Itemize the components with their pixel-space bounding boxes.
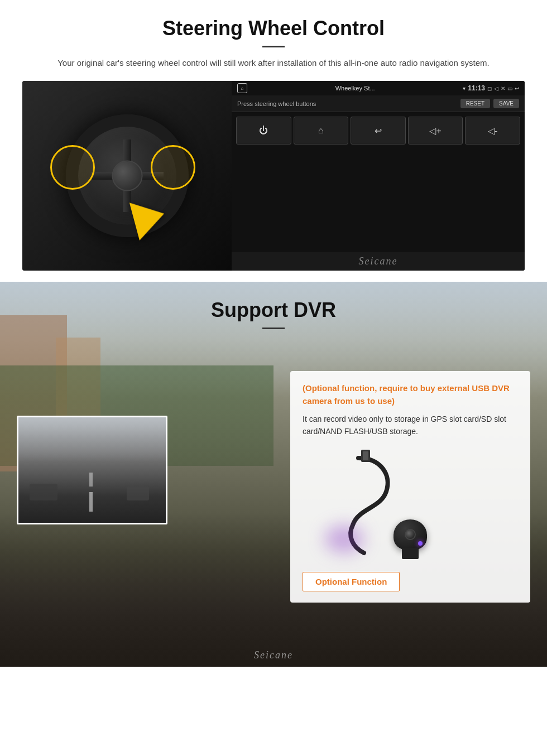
dvr-optional-note: (Optional function, require to buy exter… <box>303 382 518 407</box>
statusbar-app-name: Wheelkey St... <box>251 85 459 92</box>
vol-down-icon: ◁- <box>488 126 497 136</box>
dvr-footage-thumbnail <box>17 416 167 524</box>
screen-icon: ▭ <box>507 85 512 92</box>
wheelkey-buttons-grid: ⏻ ⌂ ↩ ◁+ ◁- <box>232 112 525 252</box>
wheelkey-prompt-label: Press steering wheel buttons <box>237 100 316 107</box>
back-function-btn[interactable]: ↩ <box>351 117 406 145</box>
camera-body <box>394 519 427 550</box>
wifi-icon: ▾ <box>463 85 466 92</box>
dvr-title: Support DVR <box>22 298 525 322</box>
android-statusbar: ⌂ Wheelkey St... ▾ 11:13 ◻ ◁ ✕ ▭ ↩ <box>232 81 525 95</box>
highlight-circle-right <box>151 145 195 190</box>
vol-up-icon: ◁+ <box>429 126 441 136</box>
steering-composite-image: ⌂ Wheelkey St... ▾ 11:13 ◻ ◁ ✕ ▭ ↩ Press… <box>22 81 525 271</box>
home-icon: ⌂ <box>237 83 247 93</box>
reset-button[interactable]: RESET <box>460 99 490 108</box>
camera-lens <box>405 529 416 540</box>
vol-up-function-btn[interactable]: ◁+ <box>408 117 463 145</box>
statusbar-system-icons: ▾ 11:13 ◻ ◁ ✕ ▭ ↩ <box>463 84 519 92</box>
statusbar-time: 11:13 <box>468 84 485 92</box>
seicane-watermark-steering: Seicane <box>232 252 525 271</box>
title-divider <box>262 46 285 47</box>
back-icon: ↩ <box>515 85 519 92</box>
svg-rect-1 <box>363 451 368 460</box>
steering-section: Steering Wheel Control Your original car… <box>0 0 547 282</box>
dvr-camera-image <box>303 447 518 564</box>
wheel-center-hub <box>112 161 142 191</box>
dvr-seicane-brand-text: Seicane <box>254 649 293 661</box>
dvr-content-area: (Optional function, require to buy exter… <box>0 338 547 661</box>
camera-mount <box>402 548 419 559</box>
dvr-title-area: Support DVR <box>0 282 547 338</box>
vol-down-function-btn[interactable]: ◁- <box>465 117 520 145</box>
power-icon: ⏻ <box>259 126 268 136</box>
highlight-circle-left <box>50 145 95 190</box>
back-function-icon: ↩ <box>375 126 382 136</box>
dvr-divider <box>262 328 285 329</box>
optional-function-badge-container: Optional Function <box>303 572 518 591</box>
wheelkey-action-buttons: RESET SAVE <box>460 99 519 108</box>
optional-function-badge: Optional Function <box>303 572 400 591</box>
led-glow <box>325 525 364 553</box>
power-function-btn[interactable]: ⏻ <box>236 117 291 145</box>
dvr-info-panel: (Optional function, require to buy exter… <box>290 371 530 603</box>
camera-icon: ◻ <box>487 85 492 92</box>
volume-icon: ◁ <box>494 85 498 92</box>
steering-title: Steering Wheel Control <box>22 17 525 40</box>
camera-led <box>418 541 423 546</box>
save-button[interactable]: SAVE <box>493 99 519 108</box>
android-head-unit-panel: ⌂ Wheelkey St... ▾ 11:13 ◻ ◁ ✕ ▭ ↩ Press… <box>232 81 525 271</box>
dvr-footage-area <box>17 349 279 524</box>
wheelkey-header: Press steering wheel buttons RESET SAVE <box>232 95 525 112</box>
close-icon: ✕ <box>501 85 505 92</box>
dvr-seicane-watermark: Seicane <box>0 649 547 661</box>
dvr-section: Support DVR (Optional function, require … <box>0 282 547 667</box>
seicane-brand-text: Seicane <box>359 256 398 267</box>
dvr-description: It can record video only to storage in G… <box>303 413 518 438</box>
home-function-icon: ⌂ <box>318 126 324 136</box>
steering-description: Your original car's steering wheel contr… <box>56 56 491 70</box>
home-function-btn[interactable]: ⌂ <box>294 117 349 145</box>
steering-wheel-photo <box>22 81 232 271</box>
